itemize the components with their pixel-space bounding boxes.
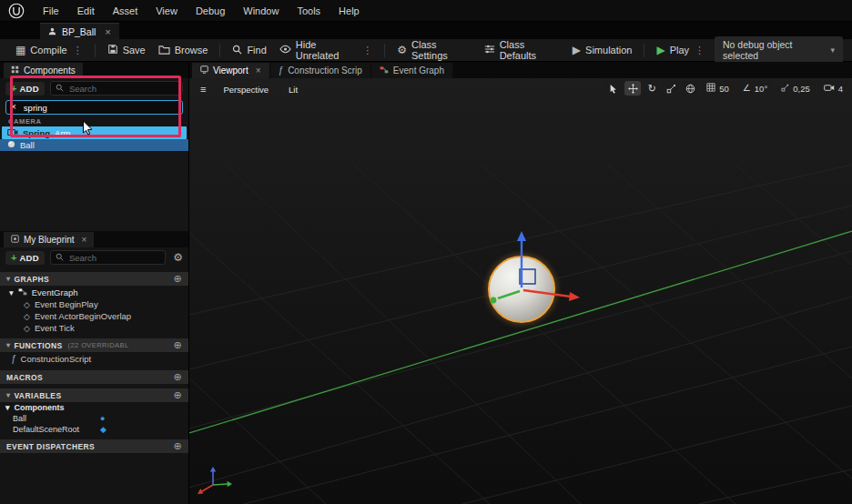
scale-snap-control[interactable]: 0,25	[776, 81, 816, 96]
add-blueprint-item-label: ADD	[19, 253, 38, 263]
grid-snap-control[interactable]: 50	[701, 81, 735, 96]
add-function-button[interactable]: ⊕	[173, 339, 182, 351]
variables-category-label: Components	[15, 403, 65, 412]
event-beginplay-row[interactable]: ◇ Event BeginPlay	[0, 298, 188, 310]
my-blueprint-search-input[interactable]	[67, 252, 160, 264]
find-button[interactable]: Find	[226, 42, 272, 59]
close-tab-icon[interactable]: ×	[105, 26, 110, 37]
move-tool-button[interactable]	[624, 81, 641, 96]
search-icon	[232, 45, 242, 56]
camera-speed-control[interactable]: 4	[818, 81, 848, 96]
my-blueprint-search-box[interactable]	[50, 250, 166, 265]
left-panel: Components + ADD × CAMERA Sprin	[0, 62, 189, 504]
rotation-snap-value: 10°	[755, 84, 767, 94]
close-my-blueprint-icon[interactable]: ×	[82, 235, 87, 245]
class-settings-button[interactable]: ⚙ Class Settings	[390, 36, 477, 64]
play-options-icon[interactable]: ⋮	[695, 45, 705, 56]
menu-tools[interactable]: Tools	[289, 4, 329, 18]
hide-unrelated-options-icon[interactable]: ⋮	[362, 45, 372, 56]
dropdown-item-match-text: Spring	[23, 128, 50, 138]
tab-my-blueprint[interactable]: My Blueprint ×	[4, 232, 94, 247]
macros-section-header[interactable]: MACROS ⊕	[0, 370, 188, 384]
viewport-options-button[interactable]: ≡	[195, 82, 211, 96]
menu-file[interactable]: File	[35, 4, 67, 18]
event-dispatchers-header-label: EVENT DISPATCHERS	[6, 442, 95, 451]
simulation-button[interactable]: ▶ Simulation	[566, 42, 639, 58]
play-button[interactable]: ▶ Play ⋮	[650, 42, 711, 59]
play-label: Play	[670, 45, 689, 55]
add-variable-button[interactable]: ⊕	[173, 389, 182, 401]
add-component-search-input[interactable]	[22, 102, 178, 114]
camera-icon	[7, 127, 18, 138]
hide-unrelated-button[interactable]: Hide Unrelated ⋮	[273, 36, 380, 64]
perspective-button[interactable]: Perspective	[215, 82, 277, 96]
scale-tool-button[interactable]	[663, 81, 679, 96]
variable-type-icon[interactable]: ◆	[100, 425, 106, 434]
gear-icon: ⚙	[397, 45, 407, 55]
functions-section-header[interactable]: ▾ FUNCTIONS (22 OVERRIDABL ⊕	[0, 338, 188, 352]
rotation-snap-control[interactable]: ∠ 10°	[737, 81, 773, 96]
class-settings-label: Class Settings	[411, 39, 472, 61]
ball-sphere[interactable]	[488, 256, 555, 323]
graphs-section-header[interactable]: ▾ GRAPHS ⊕	[0, 272, 188, 286]
tab-viewport[interactable]: Viewport ×	[192, 63, 269, 78]
simulation-label: Simulation	[585, 45, 632, 55]
browse-button[interactable]: Browse	[152, 42, 215, 59]
add-blueprint-item-button[interactable]: + ADD	[5, 251, 45, 265]
graphs-header-label: GRAPHS	[14, 275, 49, 284]
debug-object-dropdown[interactable]: No debug object selected ▾	[715, 36, 843, 64]
compile-button[interactable]: ▦ Compile ⋮	[9, 42, 89, 59]
graph-icon	[18, 287, 27, 297]
component-row-ball[interactable]: Ball	[0, 139, 188, 151]
toolbar-separator	[95, 44, 96, 57]
add-graph-button[interactable]: ⊕	[173, 273, 182, 285]
menu-view[interactable]: View	[147, 4, 186, 18]
eventgraph-row[interactable]: ▾ EventGraph	[0, 286, 188, 298]
variables-section-header[interactable]: ▾ VARIABLES ⊕	[0, 388, 188, 402]
components-tab-label: Components	[24, 66, 76, 76]
event-diamond-icon: ◇	[24, 312, 30, 321]
viewport-3d-scene[interactable]: ≡ Perspective Lit ↻	[189, 78, 852, 504]
add-component-search-field[interactable]: ×	[5, 100, 183, 115]
asset-tab-bp-ball[interactable]: BP_Ball ×	[40, 23, 119, 39]
add-component-button[interactable]: + ADD	[5, 82, 45, 96]
event-tick-row[interactable]: ◇ Event Tick	[0, 322, 188, 334]
viewport-tab-bar: Viewport × ƒ Construction Scrip Event Gr…	[189, 62, 852, 78]
save-button[interactable]: Save	[101, 41, 152, 59]
variable-row-defaultsceneroot[interactable]: DefaultSceneRoot ◆	[0, 424, 188, 435]
compile-options-icon[interactable]: ⋮	[73, 45, 83, 56]
add-macro-button[interactable]: ⊕	[173, 371, 182, 383]
variable-type-icon[interactable]: ●	[100, 414, 105, 423]
construction-script-row[interactable]: ƒ ConstructionScript	[0, 352, 188, 366]
select-tool-button[interactable]	[605, 81, 622, 96]
world-coordinate-button[interactable]	[682, 81, 698, 96]
add-dispatcher-button[interactable]: ⊕	[173, 440, 182, 452]
variable-row-ball[interactable]: Ball ●	[0, 413, 188, 424]
tab-components[interactable]: Components	[4, 63, 83, 78]
tab-event-graph[interactable]: Event Graph	[371, 63, 452, 78]
clear-search-icon[interactable]: ×	[11, 103, 16, 112]
components-search-input[interactable]	[67, 83, 178, 95]
tab-construction-script[interactable]: ƒ Construction Scrip	[270, 63, 370, 78]
blueprint-settings-gear-icon[interactable]: ⚙	[173, 251, 183, 264]
event-dispatchers-section-header[interactable]: EVENT DISPATCHERS ⊕	[0, 439, 188, 453]
menu-edit[interactable]: Edit	[69, 4, 103, 18]
components-tab-bar: Components	[0, 62, 188, 78]
blueprint-icon	[11, 235, 19, 245]
components-search-box[interactable]	[50, 81, 183, 96]
menu-help[interactable]: Help	[330, 4, 368, 18]
variables-components-category[interactable]: ▾ Components	[0, 402, 188, 413]
menu-asset[interactable]: Asset	[105, 4, 147, 18]
components-tree-area[interactable]	[0, 151, 188, 231]
rotate-tool-button[interactable]: ↻	[644, 81, 660, 96]
person-icon	[48, 26, 56, 37]
unreal-logo-icon[interactable]	[7, 2, 25, 20]
class-defaults-button[interactable]: Class Defaults	[478, 36, 566, 64]
menu-debug[interactable]: Debug	[188, 4, 233, 18]
lit-button[interactable]: Lit	[280, 82, 306, 96]
function-icon: ƒ	[279, 66, 284, 76]
event-actorbeginoverlap-row[interactable]: ◇ Event ActorBeginOverlap	[0, 310, 188, 322]
menu-window[interactable]: Window	[235, 4, 287, 18]
dropdown-item-spring-arm[interactable]: Spring Arm	[2, 126, 187, 139]
close-viewport-tab-icon[interactable]: ×	[256, 66, 261, 76]
